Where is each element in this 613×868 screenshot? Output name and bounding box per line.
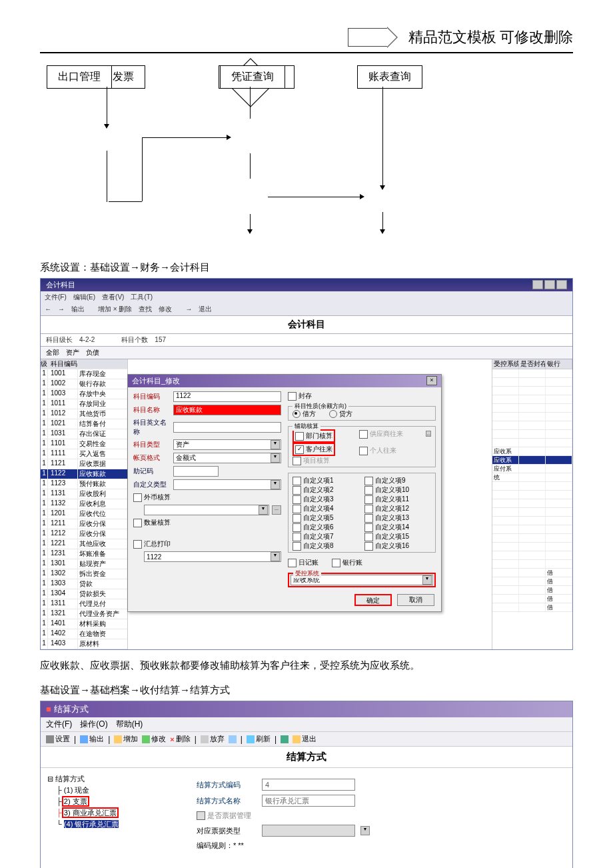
- tool-discard[interactable]: 放弃: [201, 734, 225, 744]
- tool-refresh[interactable]: 刷新: [247, 734, 271, 744]
- settlement-form: 结算方式编码4 结算方式名称银行承兑汇票 是否票据管理 对应票据类型▼ 编码规则…: [187, 768, 572, 868]
- table-row[interactable]: 11302拆出资金: [41, 569, 127, 579]
- table-row[interactable]: 11321代理业务资产: [41, 609, 127, 619]
- tool-add[interactable]: 增加: [114, 734, 138, 744]
- win1-toolbar[interactable]: ← → 输出 增加 × 删除 查找 修改 → 退出: [41, 303, 572, 316]
- table-row[interactable]: 11402在途物资: [41, 629, 127, 639]
- minimize-icon[interactable]: [532, 280, 543, 289]
- tree-root: ⊟ 结算方式: [47, 773, 181, 785]
- table-row[interactable]: 11401材料采购: [41, 619, 127, 629]
- billtype-select[interactable]: [262, 825, 355, 837]
- text-settlement-path: 基础设置→基础档案→收付结算→结算方式: [40, 684, 573, 697]
- credit-radio[interactable]: [329, 410, 337, 418]
- win2-titlebar[interactable]: ■结算方式: [41, 701, 572, 717]
- daybook-checkbox[interactable]: [288, 559, 297, 567]
- chevron-down-icon: ▼: [271, 453, 280, 463]
- tree-selected: (4) 银行承兑汇票: [64, 820, 119, 828]
- win1-titlebar[interactable]: 会计科目: [41, 279, 572, 291]
- table-header: 级科目编码: [41, 359, 127, 369]
- fc-report-query: 账表查询: [357, 65, 422, 89]
- app-icon: ■: [46, 704, 51, 714]
- table-row[interactable]: 11111买入返售: [41, 449, 127, 459]
- fc-export: 出口管理: [47, 65, 112, 89]
- chevron-down-icon: ▼: [422, 575, 432, 585]
- table-row[interactable]: 11021结算备付: [41, 419, 127, 429]
- table-row[interactable]: 11121应收票据: [41, 459, 127, 469]
- table-row[interactable]: 11231坏账准备: [41, 549, 127, 559]
- customer-checkbox[interactable]: ✓: [295, 445, 304, 454]
- fc-voucher-query: 凭证查询: [220, 65, 285, 89]
- dialog-titlebar[interactable]: 会计科目_修改 ×: [128, 375, 441, 387]
- browse-icon[interactable]: ...: [272, 505, 281, 515]
- win2-caption: 结算方式: [41, 747, 572, 768]
- chevron-down-icon: ▼: [271, 440, 280, 449]
- mnemonic-input[interactable]: [173, 466, 219, 477]
- table-row[interactable]: 11304贷款损失: [41, 589, 127, 599]
- bill-checkbox[interactable]: [197, 811, 205, 820]
- table-row[interactable]: 11003存放中央: [41, 389, 127, 399]
- format-select[interactable]: 金额式▼: [173, 453, 281, 463]
- tool-settings[interactable]: 设置: [46, 734, 70, 744]
- name-input[interactable]: 应收账款: [173, 405, 281, 415]
- bank-checkbox[interactable]: [332, 559, 340, 567]
- right-columns: 受控系统是否封存银行 应收系统应收系统应付系统借借借借借: [492, 359, 572, 649]
- table-row[interactable]: 11123预付账款: [41, 479, 127, 489]
- cancel-button[interactable]: 取消: [397, 594, 434, 606]
- table-row[interactable]: 11012其他货币: [41, 409, 127, 419]
- tool-edit[interactable]: 修改: [142, 734, 166, 744]
- dept-checkbox[interactable]: [295, 432, 304, 441]
- text-ar-note: 应收账款、应收票据、预收账款都要修改辅助核算为客户往来，受控系统为应收系统。: [40, 659, 573, 672]
- code-input[interactable]: 1122: [173, 391, 281, 402]
- win1-menubar[interactable]: 文件(F) 编辑(E) 查看(V) 工具(T): [41, 291, 572, 303]
- code-input[interactable]: 4: [262, 779, 355, 791]
- chevron-down-icon: ▼: [271, 480, 280, 489]
- win1-body: 级科目编码 11001库存现金11002银行存款11003存放中央11011存放…: [41, 359, 572, 649]
- foreign-checkbox[interactable]: [133, 493, 142, 502]
- tool-exit[interactable]: 退出: [293, 734, 316, 744]
- table-row[interactable]: 11212应收分保: [41, 529, 127, 539]
- table-row[interactable]: 11211应收分保: [41, 519, 127, 529]
- table-row[interactable]: 11101交易性金: [41, 439, 127, 449]
- table-row[interactable]: 11001库存现金: [41, 369, 127, 379]
- win2-menubar[interactable]: 文件(F) 操作(O) 帮助(H): [41, 717, 572, 732]
- table-row[interactable]: 11002银行存款: [41, 379, 127, 389]
- qty-checkbox[interactable]: [133, 519, 142, 527]
- seal-checkbox[interactable]: [288, 392, 297, 401]
- settlement-tree[interactable]: ⊟ 结算方式 ├ (1) 现金 ├2) 支票 ├3) 商业承兑汇票 └ (4) …: [41, 768, 187, 868]
- print-checkbox[interactable]: [133, 540, 142, 549]
- account-list[interactable]: 级科目编码 11001库存现金11002银行存款11003存放中央11011存放…: [41, 359, 128, 649]
- custom-item: 自定义项1: [293, 476, 359, 485]
- page-header: 精品范文模板 可修改删除: [40, 27, 573, 53]
- table-row[interactable]: 11221其他应收: [41, 539, 127, 549]
- table-row[interactable]: 11031存出保证: [41, 429, 127, 439]
- table-row[interactable]: 11303贷款: [41, 579, 127, 589]
- table-row[interactable]: 11131应收股利: [41, 489, 127, 499]
- dialog-close-icon[interactable]: ×: [426, 376, 437, 385]
- type-select[interactable]: 资产▼: [173, 439, 281, 450]
- win1-subheader: 科目级长 4-2-2 科目个数 157: [41, 334, 572, 347]
- table-row[interactable]: 11122应收账款: [41, 469, 127, 479]
- en-name-input[interactable]: [173, 422, 281, 433]
- name-input[interactable]: 银行承兑汇票: [262, 795, 355, 807]
- debit-radio[interactable]: [293, 410, 301, 418]
- arrow-right-icon: [387, 27, 398, 48]
- table-row[interactable]: 11132应收利息: [41, 499, 127, 509]
- custom-type-select[interactable]: ▼: [173, 479, 281, 490]
- table-row[interactable]: 11011存放同业: [41, 399, 127, 409]
- win1-tabs[interactable]: 全部 资产 负债: [41, 347, 572, 359]
- ok-button[interactable]: 确定: [354, 594, 392, 606]
- tool-output[interactable]: 输出: [80, 734, 104, 744]
- text-system-setup: 系统设置：基础设置→财务→会计科目: [40, 261, 573, 274]
- tool-delete[interactable]: ×删除: [170, 734, 190, 744]
- maximize-icon[interactable]: [544, 280, 555, 289]
- chevron-down-icon[interactable]: ▼: [360, 826, 370, 835]
- win2-toolbar[interactable]: 设置| 输出| 增加 修改 ×删除| 放弃 | 刷新| 退出: [41, 732, 572, 747]
- table-row[interactable]: 11301贴现资产: [41, 559, 127, 569]
- table-row[interactable]: 11311代理兑付: [41, 599, 127, 609]
- win1-title-text: 会计科目: [46, 280, 75, 290]
- edit-dialog: 会计科目_修改 × 科目编码1122 科目名称应收账款 科目英文名称 科目类型资…: [127, 374, 442, 612]
- table-row[interactable]: 11403原材料: [41, 639, 127, 649]
- table-row[interactable]: 11201应收代位: [41, 509, 127, 519]
- browse-icon[interactable]: ...: [426, 431, 431, 437]
- close-icon[interactable]: [556, 280, 567, 289]
